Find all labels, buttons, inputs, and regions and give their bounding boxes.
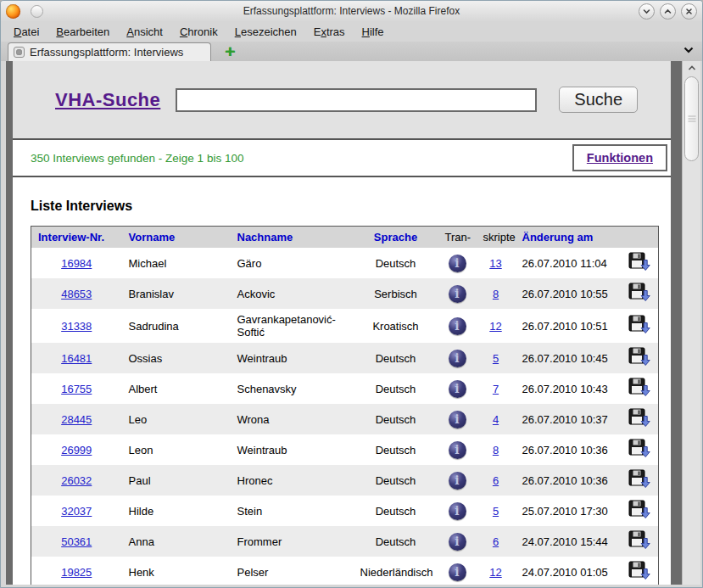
interview-nr-link[interactable]: 50361 <box>61 535 92 548</box>
interview-nr-link[interactable]: 48653 <box>61 288 92 300</box>
download-cell <box>622 343 659 373</box>
aenderung-am-cell: 26.07.2010 10:45 <box>516 343 622 373</box>
download-transcript-button[interactable] <box>628 439 650 458</box>
skripte-count-link[interactable]: 5 <box>493 352 499 365</box>
floppy-download-icon <box>628 378 650 397</box>
info-icon[interactable]: i <box>449 317 466 335</box>
info-icon[interactable]: i <box>449 380 466 398</box>
interview-nr-cell: 16984 <box>31 248 122 278</box>
suche-button[interactable]: Suche <box>559 87 638 113</box>
download-transcript-button[interactable] <box>628 378 650 397</box>
skripte-cell: 4 <box>477 404 516 434</box>
menu-item-extras[interactable]: Extras <box>306 24 353 40</box>
info-cell: i <box>438 404 477 434</box>
download-transcript-button[interactable] <box>628 469 650 489</box>
nachname-cell: Ackovic <box>231 278 354 309</box>
list-section: Liste Interviews Interview-Nr. Vorname N… <box>13 177 671 585</box>
info-cell: i <box>438 278 477 309</box>
nachname-cell: Weintraub <box>231 343 354 373</box>
aenderung-am-cell: 24.07.2010 01:05 <box>516 557 622 585</box>
aenderung-am-cell: 25.07.2010 17:30 <box>516 496 622 526</box>
download-transcript-button[interactable] <box>628 283 650 302</box>
aenderung-am-cell: 26.07.2010 10:36 <box>516 434 622 465</box>
info-icon[interactable]: i <box>449 502 466 520</box>
skripte-count-link[interactable]: 5 <box>493 505 499 518</box>
vorname-cell: Albert <box>122 373 231 404</box>
tab-erfassungsplattform[interactable]: Erfassungsplattform: Interviews <box>8 42 211 61</box>
search-section: VHA-Suche Suche <box>13 61 671 140</box>
download-transcript-button[interactable] <box>628 561 650 580</box>
chevron-down-icon <box>642 7 651 16</box>
floppy-download-icon <box>628 252 650 272</box>
download-transcript-button[interactable] <box>628 347 650 367</box>
download-transcript-button[interactable] <box>628 252 650 272</box>
info-icon[interactable]: i <box>449 285 466 303</box>
vha-suche-link[interactable]: VHA-Suche <box>55 89 160 111</box>
maximize-button[interactable] <box>660 3 676 20</box>
interview-nr-link[interactable]: 31338 <box>61 320 92 333</box>
download-transcript-button[interactable] <box>628 315 650 334</box>
download-transcript-button[interactable] <box>628 500 650 519</box>
skripte-count-link[interactable]: 7 <box>493 383 499 395</box>
skripte-count-link[interactable]: 8 <box>493 444 499 456</box>
info-icon[interactable]: i <box>449 533 466 551</box>
titlebar-menu-button[interactable] <box>31 5 43 18</box>
skripte-cell: 12 <box>477 309 516 343</box>
vertical-scrollbar[interactable] <box>682 61 700 585</box>
download-transcript-button[interactable] <box>628 408 650 428</box>
new-tab-button[interactable]: + <box>225 43 235 60</box>
download-cell <box>622 526 659 557</box>
close-button[interactable] <box>681 3 697 20</box>
interview-nr-link[interactable]: 28445 <box>61 413 92 426</box>
interview-nr-link[interactable]: 16984 <box>61 257 92 270</box>
tabbar: Erfassungsplattform: Interviews + <box>1 42 702 61</box>
skripte-count-link[interactable]: 8 <box>493 288 499 300</box>
minimize-button[interactable] <box>639 3 655 20</box>
scrollbar-thumb[interactable] <box>684 76 699 161</box>
vorname-cell: Henk <box>122 557 231 585</box>
skripte-count-link[interactable]: 4 <box>493 413 499 426</box>
scrollbar-up-button[interactable] <box>683 61 700 75</box>
info-cell: i <box>438 496 477 526</box>
aenderung-am-cell: 26.07.2010 10:55 <box>516 278 622 309</box>
menu-item-datei[interactable]: Datei <box>6 24 47 40</box>
funktionen-link[interactable]: Funktionen <box>587 151 653 165</box>
skripte-count-link[interactable]: 12 <box>489 320 501 333</box>
menu-item-ansicht[interactable]: Ansicht <box>119 24 170 40</box>
col-header-nachname: Nachname <box>231 227 354 249</box>
download-cell <box>622 465 659 496</box>
info-icon[interactable]: i <box>449 350 466 367</box>
info-icon[interactable]: i <box>449 563 466 581</box>
interview-nr-link[interactable]: 16481 <box>61 352 92 365</box>
interview-nr-link[interactable]: 26032 <box>61 474 92 487</box>
sprache-cell: Niederländisch <box>354 557 438 585</box>
search-input[interactable] <box>176 88 537 112</box>
interview-nr-link[interactable]: 26999 <box>61 444 92 456</box>
menu-item-bearbeiten[interactable]: Bearbeiten <box>48 24 117 40</box>
info-icon[interactable]: i <box>449 472 466 490</box>
menu-item-hilfe[interactable]: Hilfe <box>354 24 392 40</box>
interview-nr-link[interactable]: 16755 <box>61 383 92 395</box>
info-icon[interactable]: i <box>449 441 466 459</box>
skripte-count-link[interactable]: 13 <box>489 257 501 270</box>
funktionen-box[interactable]: Funktionen <box>572 144 667 171</box>
menu-item-lesezeichen[interactable]: Lesezeichen <box>227 24 304 40</box>
page-title: Liste Interviews <box>31 199 671 214</box>
download-transcript-button[interactable] <box>628 530 650 550</box>
col-header-tran: Tran- <box>438 227 477 249</box>
skripte-count-link[interactable]: 6 <box>493 474 499 487</box>
col-header-skripte: skripte <box>477 227 516 249</box>
sprache-cell: Deutsch <box>354 526 438 557</box>
tab-list-chevron-icon[interactable] <box>683 42 694 57</box>
menu-item-chronik[interactable]: Chronik <box>172 24 226 40</box>
interview-nr-link[interactable]: 32037 <box>61 505 92 518</box>
interview-nr-link[interactable]: 19825 <box>61 566 92 579</box>
info-icon[interactable]: i <box>449 255 466 272</box>
content-area: VHA-Suche Suche 350 Interviews gefunden … <box>6 61 700 585</box>
nachname-cell: Gäro <box>231 248 354 278</box>
skripte-count-link[interactable]: 6 <box>493 535 499 548</box>
sprache-cell: Deutsch <box>354 404 438 434</box>
table-row: 16481 Ossias Weintraub Deutsch i 5 26.07… <box>31 343 659 373</box>
skripte-count-link[interactable]: 12 <box>489 566 501 579</box>
info-icon[interactable]: i <box>449 411 466 428</box>
